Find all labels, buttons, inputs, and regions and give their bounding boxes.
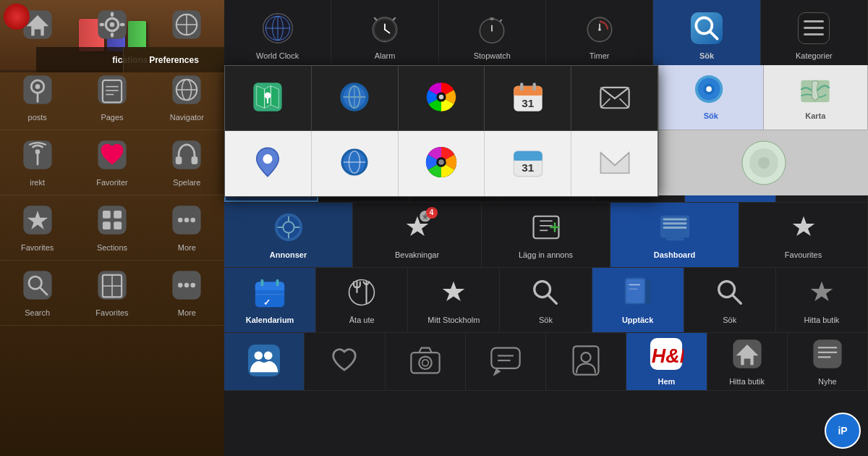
worldclock-icon xyxy=(260,11,295,46)
karta-icon xyxy=(798,74,833,109)
r-cell-kategorier[interactable]: Kategorier xyxy=(761,0,868,72)
svg-rect-35 xyxy=(114,211,122,219)
svg-point-26 xyxy=(35,149,40,154)
overlay-cell-colorwheel[interactable] xyxy=(399,66,485,130)
r-cell-annonser[interactable]: Annonser xyxy=(224,203,353,267)
overlay-cell-mappin[interactable] xyxy=(225,131,312,196)
right-row-4: Annonser 4 Bevakningar xyxy=(224,203,868,268)
upptack-label: Upptäck xyxy=(622,316,653,325)
sok-icon xyxy=(689,11,724,46)
pages-label: Pages xyxy=(101,113,123,122)
preferences-button[interactable]: Preferences xyxy=(123,47,224,72)
lagg-label: Lägg in annons xyxy=(519,250,573,260)
svg-rect-187 xyxy=(532,83,535,90)
main-layout: What's New Settings xyxy=(0,0,868,456)
r-cell-bevakningar[interactable]: 4 Bevakningar xyxy=(353,203,482,267)
overlay-cell-env2[interactable] xyxy=(571,131,658,196)
svg-rect-127 xyxy=(663,227,686,229)
svg-marker-153 xyxy=(811,282,833,301)
svg-marker-143 xyxy=(443,282,465,301)
svg-point-52 xyxy=(191,283,196,288)
overlay-cell-calendar2[interactable]: 31 xyxy=(485,131,571,196)
left-cell-spelare[interactable]: Spelare xyxy=(150,130,224,195)
right-side-sok[interactable]: Sök xyxy=(659,65,764,130)
left-cell-book-fav[interactable]: Favorites xyxy=(75,261,149,325)
pages-icon xyxy=(95,72,129,107)
left-cell-posts[interactable]: posts xyxy=(0,65,75,130)
overlay-cell-map[interactable] xyxy=(225,66,312,130)
r-cell-heart3[interactable] xyxy=(305,333,385,390)
r-cell-sok4[interactable]: Sök xyxy=(500,268,592,332)
r-cell-worldclock[interactable]: World Clock xyxy=(224,0,331,72)
overlay-cell-envelope[interactable] xyxy=(571,66,658,130)
r-cell-nyhe[interactable]: Nyhe xyxy=(788,333,868,390)
r-cell-favourites[interactable]: Favourites xyxy=(739,203,868,267)
pin-icon xyxy=(20,72,55,107)
right-side-karta[interactable]: Karta xyxy=(764,65,869,130)
env2-icon xyxy=(597,145,632,180)
overlay-cell-globe[interactable] xyxy=(312,66,399,130)
svg-point-40 xyxy=(184,218,190,223)
r-cell-sok5[interactable]: Sök xyxy=(684,268,776,332)
right-row-6: H&M Hem Hitta butik xyxy=(224,333,868,391)
left-cell-favorites[interactable]: Favorites xyxy=(0,195,75,260)
r-cell-mitt[interactable]: Mitt Stockholm xyxy=(408,268,500,332)
r-cell-upptack[interactable]: Upptäck xyxy=(592,268,684,332)
hem-label: Hem xyxy=(658,377,675,387)
overlay-cell-calendar[interactable]: 31 xyxy=(485,66,571,130)
favor-label: Hitta butik xyxy=(804,316,839,325)
globe-ov-icon xyxy=(337,80,372,114)
left-cell-pages[interactable]: Pages xyxy=(75,65,149,130)
r-cell-timer[interactable]: Timer xyxy=(546,0,653,72)
svg-point-51 xyxy=(184,283,190,288)
favoriter-label: Favoriter xyxy=(96,178,127,187)
r-cell-favor[interactable]: Hitta butik xyxy=(776,268,868,332)
r-cell-contacts[interactable] xyxy=(546,333,626,390)
left-cell-globe[interactable]: Navigator xyxy=(150,65,224,130)
more2-label: More xyxy=(178,308,196,318)
r-cell-sok[interactable]: Sök xyxy=(653,0,760,72)
svg-rect-129 xyxy=(671,235,678,239)
r-cell-kal[interactable]: ✓ Kalendarium xyxy=(224,268,316,332)
r-cell-camera[interactable] xyxy=(386,333,466,390)
svg-line-152 xyxy=(732,295,741,303)
sok5-icon xyxy=(712,275,747,310)
right-side-bottom xyxy=(659,130,868,195)
dashboard-label: Dashboard xyxy=(654,250,695,260)
dots2-icon xyxy=(169,268,204,303)
overlay-cell-color-wheel2[interactable] xyxy=(399,131,485,196)
left-cell-search[interactable]: Search xyxy=(0,261,75,325)
chat-icon xyxy=(488,343,523,378)
svg-rect-30 xyxy=(192,156,198,164)
left-cell-more2[interactable]: More xyxy=(150,261,224,325)
r-cell-alarm[interactable]: Alarm xyxy=(331,0,438,72)
left-cell-favoriter[interactable]: Favoriter xyxy=(75,130,149,195)
r-cell-people[interactable] xyxy=(224,333,305,390)
left-cell-sections[interactable]: Sections xyxy=(75,195,149,260)
globe2-icon xyxy=(169,72,204,107)
worldclock-label: World Clock xyxy=(256,51,299,61)
r-cell-hem[interactable]: H&M Hem xyxy=(626,333,707,390)
nyhe-icon xyxy=(810,337,845,371)
map-icon xyxy=(250,80,285,114)
r-cell-chat[interactable] xyxy=(466,333,546,390)
globe-light-icon xyxy=(337,145,372,180)
svg-point-158 xyxy=(419,356,431,368)
eat-icon xyxy=(344,275,379,310)
mitt-icon xyxy=(436,275,471,310)
svg-line-69 xyxy=(500,20,502,22)
r-cell-stopwatch[interactable]: Stopwatch xyxy=(439,0,546,72)
r-cell-hitta[interactable]: Hitta butik xyxy=(707,333,788,390)
preferences-label: Preferences xyxy=(149,55,199,65)
svg-rect-202 xyxy=(514,156,542,161)
r-cell-lagg[interactable]: Lägg in annons xyxy=(482,203,610,267)
r-cell-dashboard[interactable]: Dashboard xyxy=(610,203,739,267)
overlay-cell-globe-light[interactable] xyxy=(312,131,399,196)
left-cell-irekt[interactable]: irekt xyxy=(0,130,75,195)
svg-line-145 xyxy=(548,295,557,303)
r-cell-eat[interactable]: Äta ute xyxy=(316,268,408,332)
sok5-label: Sök xyxy=(723,316,736,325)
ip-logo[interactable]: iP xyxy=(825,413,861,449)
svg-rect-126 xyxy=(663,222,686,224)
left-cell-more[interactable]: More xyxy=(150,195,224,260)
